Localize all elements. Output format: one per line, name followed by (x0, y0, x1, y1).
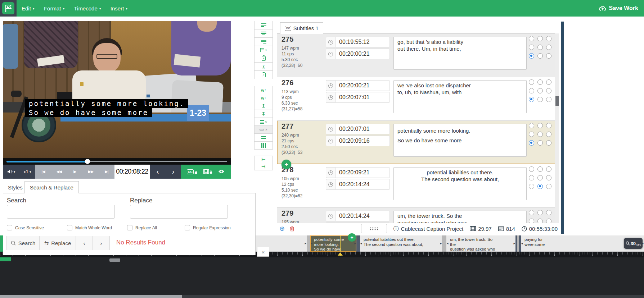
cc-lock-toggle[interactable]: CC (187, 169, 197, 174)
move-line-down-button[interactable]: ↧ (254, 110, 273, 118)
delete-caption-icon[interactable] (290, 226, 294, 231)
position-radio[interactable] (537, 97, 543, 102)
timecode-in-input[interactable] (335, 124, 390, 134)
position-radio[interactable] (546, 45, 551, 50)
playhead-marker[interactable] (338, 252, 343, 256)
align-right-button[interactable] (254, 37, 273, 46)
in-point-button[interactable]: ⊢ (254, 156, 273, 163)
caption-row[interactable]: 279195 wpmum, the tower truck. So theque… (277, 208, 559, 223)
position-radio[interactable] (529, 184, 534, 189)
scrollbar-thumb[interactable] (555, 96, 559, 106)
rewind-button[interactable]: ◀◀ (51, 165, 67, 179)
resize-handle-left[interactable]: ◂ (447, 241, 449, 246)
position-radio[interactable] (537, 184, 543, 189)
timecode-in-input[interactable] (335, 211, 390, 221)
timecode-clock-button[interactable] (326, 211, 335, 221)
clipboard-check-button[interactable]: ✓ (254, 70, 273, 79)
video-lock-toggle[interactable] (203, 169, 212, 174)
collapse-panel-button[interactable]: « (257, 247, 269, 257)
position-radio[interactable] (529, 45, 534, 50)
resize-handle-left[interactable]: ◂ (360, 241, 362, 246)
grid-layout-button[interactable]: ▾ (254, 46, 273, 54)
find-next-button[interactable]: › (93, 236, 110, 250)
timecode-clock-button[interactable] (326, 49, 335, 59)
position-radio[interactable] (537, 132, 543, 137)
timecode-clock-button[interactable] (326, 179, 335, 190)
horizontal-scrollbar[interactable] (0, 295, 644, 298)
position-radio[interactable] (529, 175, 534, 180)
horizontal-scrollbar-thumb[interactable] (0, 295, 182, 298)
timecode-out-input[interactable] (335, 92, 390, 103)
position-radio[interactable] (546, 184, 551, 189)
position-radio[interactable] (529, 88, 534, 93)
split-caption-button[interactable]: ◇ (254, 118, 273, 126)
timecode-out-input[interactable] (335, 49, 390, 59)
timecode-out-input[interactable] (335, 179, 390, 190)
position-radio[interactable] (529, 97, 534, 102)
preview-eye-toggle[interactable] (218, 169, 225, 175)
search-button[interactable]: Search (6, 236, 40, 250)
position-radio[interactable] (529, 132, 534, 137)
timecode-in-input[interactable] (335, 167, 390, 178)
clipboard-add-button[interactable]: + (254, 54, 273, 63)
timecode-in-input[interactable] (335, 37, 390, 47)
out-point-button[interactable]: ⊣ (254, 163, 273, 170)
position-radio[interactable] (529, 210, 534, 215)
position-radio[interactable] (546, 88, 551, 93)
position-radio[interactable] (529, 123, 534, 128)
skip-to-end-button[interactable]: ▶| (99, 165, 114, 179)
caption-text-box[interactable]: um, the tower truck. So thequestion was … (393, 211, 527, 223)
tab-styles[interactable]: Styles (3, 182, 28, 193)
position-radio[interactable] (537, 175, 543, 180)
previous-caption-button[interactable]: ‹ (150, 165, 165, 179)
current-timecode-display[interactable]: 00:20:08:22 (114, 165, 150, 179)
caption-text-box[interactable]: potentially some more looking.So we do h… (393, 124, 527, 157)
word-up-button[interactable]: w↑ (254, 86, 273, 94)
position-radio[interactable] (546, 79, 551, 85)
resize-handle-right[interactable]: ▸ (513, 241, 515, 246)
shortcut-grid-button[interactable] (361, 224, 387, 233)
volume-button[interactable]: ▾ (3, 165, 19, 179)
timecode-clock-button[interactable] (326, 92, 335, 103)
position-radio[interactable] (546, 166, 551, 172)
caption-text-box[interactable]: potential liabilities out there.The seco… (393, 167, 527, 200)
caption-text-box[interactable]: we 've also lost one dispatcherto, uh, t… (393, 80, 527, 113)
position-radio[interactable] (537, 53, 543, 59)
caption-list-scrollbar[interactable] (555, 33, 559, 223)
seek-handle[interactable] (85, 159, 90, 164)
caption-row[interactable]: 278105 wpm12 cps5.10 sec(32,30)=62potent… (277, 164, 559, 208)
resize-handle-left[interactable]: ◂ (521, 241, 523, 246)
align-left-button[interactable] (254, 21, 273, 29)
find-previous-button[interactable]: ‹ (76, 236, 93, 250)
position-radio[interactable] (537, 219, 543, 223)
position-radio[interactable] (529, 79, 534, 85)
timeline-caption-block[interactable]: potential liabilities out there.The seco… (360, 235, 442, 252)
timecode-clock-button[interactable] (326, 80, 335, 91)
play-button[interactable]: ▶ (67, 165, 83, 179)
checkbox-replace-all[interactable]: Replace All (127, 225, 157, 230)
position-radio[interactable] (537, 45, 543, 50)
fast-forward-button[interactable]: ▶▶ (83, 165, 99, 179)
cut-button[interactable]: ✂ (254, 62, 273, 71)
timecode-out-input[interactable] (335, 136, 390, 146)
menu-timecode[interactable]: Timecode▾ (74, 5, 101, 12)
position-radio[interactable] (529, 140, 534, 146)
next-caption-button[interactable]: › (165, 165, 181, 179)
seek-bar[interactable] (3, 158, 231, 165)
resize-handle-left[interactable]: ◂ (311, 241, 312, 246)
position-radio[interactable] (546, 123, 551, 128)
timecode-clock-button[interactable] (326, 136, 335, 146)
timecode-clock-button[interactable] (326, 37, 335, 47)
insert-caption-button[interactable]: + (282, 160, 291, 169)
position-radio[interactable] (546, 36, 551, 41)
timeline-add-caption-button[interactable]: + (348, 233, 356, 242)
add-caption-button[interactable]: ⊕ (279, 225, 285, 232)
replace-button[interactable]: ⇆ Replace (39, 236, 76, 250)
playhead-line[interactable] (340, 235, 341, 252)
position-radio[interactable] (546, 219, 551, 223)
position-radio[interactable] (546, 210, 551, 215)
replace-input[interactable] (130, 205, 228, 219)
position-radio[interactable] (537, 36, 543, 41)
move-line-up-button[interactable]: ↥ (254, 102, 273, 110)
position-radio[interactable] (546, 175, 551, 180)
